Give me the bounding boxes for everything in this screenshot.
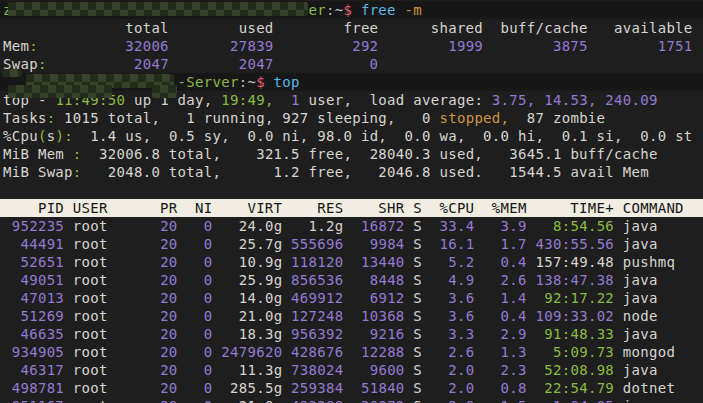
top-cpu-line-seg-4: : bbox=[64, 128, 73, 144]
top-command-line-seg-5: top bbox=[265, 74, 300, 90]
process-row-3-seg-10: 157:49.48 bbox=[527, 254, 614, 270]
process-row-2-seg-10: 430:55.56 bbox=[527, 236, 614, 252]
process-row-6-seg-11: node bbox=[614, 308, 658, 324]
process-row-10-seg-7: S bbox=[405, 380, 422, 396]
free-mem-line: Mem: 32006 27839 292 1999 3875 1751 bbox=[3, 37, 703, 55]
process-row-8-seg-7: S bbox=[405, 344, 422, 360]
process-row-5: 47013 root 20 0 14.0g 469912 6912 S 3.6 … bbox=[3, 289, 703, 307]
free-command-line-seg-8: -m bbox=[405, 2, 422, 18]
process-row-11-seg-5: 493288 bbox=[282, 398, 343, 403]
process-row-8-seg-2: 20 bbox=[108, 344, 178, 360]
process-row-2-seg-2: 20 bbox=[108, 236, 178, 252]
process-row-3-seg-9: 0.4 bbox=[474, 254, 526, 270]
process-row-3-seg-5: 118120 bbox=[282, 254, 343, 270]
process-row-7-seg-4: 18.3g bbox=[213, 326, 283, 342]
process-row-2-seg-3: 0 bbox=[178, 236, 213, 252]
top-command-line-seg-3: ~ bbox=[247, 74, 256, 90]
top-mem-line: MiB Mem : 32006.8 total, 321.5 free, 280… bbox=[3, 145, 703, 163]
process-row-11: 951167 root 20 0 21.0g 493288 30272 S 2.… bbox=[3, 397, 703, 403]
process-row-4-seg-9: 2.6 bbox=[474, 272, 526, 288]
process-row-3-seg-1: root bbox=[64, 254, 108, 270]
process-row-7-seg-7: S bbox=[405, 326, 422, 342]
process-row-8-seg-3: 0 bbox=[178, 344, 213, 360]
process-row-4-seg-2: 20 bbox=[108, 272, 178, 288]
process-row-2-seg-1: root bbox=[64, 236, 108, 252]
process-row-11-seg-0: 951167 bbox=[3, 398, 64, 403]
process-row-9: 46317 root 20 0 11.3g 738024 9600 S 2.0 … bbox=[3, 361, 703, 379]
process-row-4-seg-5: 856536 bbox=[282, 272, 343, 288]
process-row-1-seg-7: S bbox=[405, 218, 422, 234]
process-row-3-seg-6: 13440 bbox=[343, 254, 404, 270]
top-cpu-line-seg-3: ) bbox=[55, 128, 64, 144]
terminal-window[interactable]: z er:~$ free -m total used free shared b… bbox=[0, 0, 703, 403]
free-mem-line-seg-1: : bbox=[29, 38, 38, 54]
process-row-6-seg-8: 3.6 bbox=[422, 308, 474, 324]
process-row-10-seg-3: 0 bbox=[178, 380, 213, 396]
free-swap-line-seg-2: 2047 2047 0 bbox=[47, 56, 379, 72]
top-swap-line-seg-2: 2048.0 total, 1.2 free, 2046.8 used. 154… bbox=[82, 164, 649, 180]
process-row-3-seg-4: 10.9g bbox=[213, 254, 283, 270]
process-row-10: 498781 root 20 0 285.5g 259384 51840 S 2… bbox=[3, 379, 703, 397]
top-uptime-line-seg-4: 19:49, bbox=[221, 92, 273, 108]
process-row-7-seg-0: 46635 bbox=[3, 326, 64, 342]
process-row-8-seg-4: 2479620 bbox=[213, 344, 283, 360]
process-row-7: 46635 root 20 0 18.3g 956392 9216 S 3.3 … bbox=[3, 325, 703, 343]
process-row-3-seg-3: 0 bbox=[178, 254, 213, 270]
process-row-8-seg-10: 5:09.73 bbox=[527, 344, 614, 360]
process-row-2-seg-5: 555696 bbox=[282, 236, 343, 252]
process-row-6: 51269 root 20 0 21.0g 127248 10368 S 3.6… bbox=[3, 307, 703, 325]
process-row-10-seg-0: 498781 bbox=[3, 380, 64, 396]
process-row-5-seg-7: S bbox=[405, 290, 422, 306]
process-row-9-seg-2: 20 bbox=[108, 362, 178, 378]
process-row-8: 934905 root 20 0 2479620 428676 12288 S … bbox=[3, 343, 703, 361]
process-row-6-seg-6: 10368 bbox=[343, 308, 404, 324]
censor-block-hostname-1 bbox=[8, 2, 308, 16]
process-row-6-seg-9: 0.4 bbox=[474, 308, 526, 324]
top-cpu-line: %Cpu(s): 1.4 us, 0.5 sy, 0.0 ni, 98.0 id… bbox=[3, 127, 703, 145]
top-uptime-line-seg-7: 3.75, 14.53, 240.09 bbox=[492, 92, 658, 108]
process-row-1-seg-5: 1.2g bbox=[282, 218, 343, 234]
process-row-1-seg-8: 33.4 bbox=[422, 218, 474, 234]
free-command-line-seg-3: : bbox=[326, 2, 335, 18]
process-row-9-seg-0: 46317 bbox=[3, 362, 64, 378]
process-table-header-seg-0: PID USER PR NI VIRT RES SHR S %CPU %MEM … bbox=[3, 200, 684, 216]
process-row-4-seg-11: java bbox=[614, 272, 658, 288]
process-row-4-seg-0: 49051 bbox=[3, 272, 64, 288]
process-row-1-seg-11: java bbox=[614, 218, 658, 234]
process-row-5-seg-4: 14.0g bbox=[213, 290, 283, 306]
process-row-8-seg-5: 428676 bbox=[282, 344, 343, 360]
process-row-11-seg-7: S bbox=[405, 398, 422, 403]
process-row-4-seg-10: 138:47.38 bbox=[527, 272, 614, 288]
censor-block-uptime-a bbox=[8, 85, 112, 98]
blank-line bbox=[3, 181, 703, 199]
process-row-2-seg-0: 44491 bbox=[3, 236, 64, 252]
top-cpu-line-seg-5: 1.4 us, 0.5 sy, 0.0 ni, 98.0 id, 0.0 wa,… bbox=[73, 128, 693, 144]
process-row-11-seg-6: 30272 bbox=[343, 398, 404, 403]
process-row-6-seg-10: 109:33.02 bbox=[527, 308, 614, 324]
free-mem-line-seg-0: Mem bbox=[3, 38, 29, 54]
process-row-10-seg-8: 2.0 bbox=[422, 380, 474, 396]
process-row-5-seg-0: 47013 bbox=[3, 290, 64, 306]
process-row-10-seg-5: 259384 bbox=[282, 380, 343, 396]
process-row-4-seg-4: 25.9g bbox=[213, 272, 283, 288]
process-row-10-seg-11: dotnet bbox=[614, 380, 675, 396]
process-row-2-seg-4: 25.7g bbox=[213, 236, 283, 252]
process-row-9-seg-10: 52:08.98 bbox=[527, 362, 614, 378]
process-row-9-seg-3: 0 bbox=[178, 362, 213, 378]
process-row-5-seg-5: 469912 bbox=[282, 290, 343, 306]
process-row-3: 52651 root 20 0 10.9g 118120 13440 S 5.2… bbox=[3, 253, 703, 271]
process-row-10-seg-10: 22:54.79 bbox=[527, 380, 614, 396]
process-row-2-seg-6: 9984 bbox=[343, 236, 404, 252]
process-row-11-seg-2: 20 bbox=[108, 398, 178, 403]
process-row-1-seg-2: 20 bbox=[108, 218, 178, 234]
process-row-4-seg-7: S bbox=[405, 272, 422, 288]
process-row-9-seg-4: 11.3g bbox=[213, 362, 283, 378]
process-row-5-seg-11: java bbox=[614, 290, 658, 306]
process-row-11-seg-1: root bbox=[64, 398, 108, 403]
process-row-8-seg-9: 1.3 bbox=[474, 344, 526, 360]
process-row-3-seg-11: pushmq bbox=[614, 254, 675, 270]
censor-block-small bbox=[2, 69, 22, 77]
process-row-1-seg-1: root bbox=[64, 218, 108, 234]
process-row-5-seg-2: 20 bbox=[108, 290, 178, 306]
process-row-6-seg-1: root bbox=[64, 308, 108, 324]
